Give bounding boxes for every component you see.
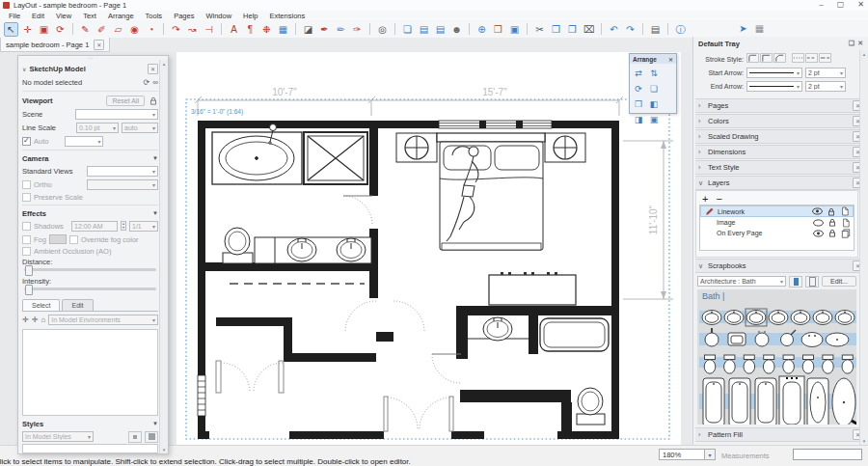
line-tool-icon[interactable]: ✎: [78, 22, 93, 37]
collapse-triangle-icon[interactable]: ▼: [152, 155, 158, 161]
environments-list[interactable]: [22, 329, 158, 416]
tray-section-scrapbooks[interactable]: ∨ Scrapbooks ✕: [695, 259, 866, 273]
line-scale-dropdown[interactable]: 0.10 pt▾: [76, 123, 119, 133]
tray-scrollbar[interactable]: ▴ ▾: [859, 50, 868, 445]
tray-section-dimensions[interactable]: ›Dimensions✕: [695, 145, 866, 159]
send-to-back-icon[interactable]: ◨: [632, 113, 645, 126]
tray-section-layers[interactable]: ∨ Layers ✕: [695, 176, 866, 190]
tray-section-colors[interactable]: ›Colors✕: [695, 114, 866, 128]
center-icon[interactable]: ▣: [647, 113, 661, 126]
lock-icon[interactable]: [827, 218, 837, 227]
arc-tool-icon[interactable]: ↷: [169, 22, 183, 37]
flip-horizontal-icon[interactable]: ⇄: [632, 67, 645, 80]
orbit-environment-icon[interactable]: ✛: [32, 315, 39, 324]
stroke-corner-bevel-icon[interactable]: [773, 53, 786, 63]
lock-icon[interactable]: [148, 96, 158, 105]
split-tool-icon[interactable]: ⊣: [202, 22, 216, 37]
scrapbook-dropdown[interactable]: Architecture : Bath▾: [697, 276, 786, 287]
scrapbook-pages-button[interactable]: [805, 276, 819, 288]
intensity-slider-thumb[interactable]: [25, 285, 33, 295]
rotate-icon[interactable]: ⟳: [632, 82, 645, 96]
redo-icon[interactable]: ↷: [623, 22, 637, 37]
scroll-down-icon[interactable]: ▾: [863, 438, 866, 444]
distance-slider-thumb[interactable]: [25, 265, 33, 276]
account-icon[interactable]: ☻: [449, 22, 464, 37]
standard-views-dropdown[interactable]: ▾: [87, 166, 158, 177]
eraser-tool-icon[interactable]: ◪: [301, 22, 315, 37]
copy-icon[interactable]: ❐: [549, 22, 563, 37]
rotate-view-icon[interactable]: ⟳: [53, 22, 68, 37]
panel-scrollbar[interactable]: ▴ ▾: [159, 60, 168, 453]
start-presentation-icon[interactable]: ➤: [736, 21, 750, 36]
menu-help[interactable]: Help: [237, 12, 263, 20]
shadows-checkbox[interactable]: [22, 222, 31, 231]
document-icon[interactable]: ▤: [417, 22, 431, 37]
info-icon[interactable]: ⓘ: [673, 22, 688, 37]
close-window-button[interactable]: ✕: [857, 0, 864, 9]
undo-icon[interactable]: ↶: [607, 22, 621, 37]
tray-close-icon[interactable]: ✕: [857, 40, 863, 47]
erase-style-icon[interactable]: ❉: [259, 22, 274, 37]
auto-checkbox[interactable]: [22, 137, 31, 146]
preserve-scale-checkbox[interactable]: [22, 193, 31, 202]
warehouse-icon[interactable]: ❒: [491, 22, 505, 37]
cut-icon[interactable]: ✂: [532, 22, 547, 37]
distance-slider[interactable]: [24, 268, 156, 271]
tab-close-icon[interactable]: ✕: [94, 40, 104, 50]
pin-icon[interactable]: ❏: [849, 40, 854, 47]
styles-small-view-button[interactable]: [128, 431, 142, 443]
scroll-down-icon[interactable]: ▾: [163, 447, 166, 452]
styles-large-view-button[interactable]: [145, 431, 158, 443]
intensity-slider[interactable]: [24, 288, 156, 290]
menu-window[interactable]: Window: [200, 12, 237, 20]
add-page-icon[interactable]: ❏: [400, 22, 415, 37]
zoom-level-select[interactable]: 180%: [659, 449, 705, 460]
menu-pages[interactable]: Pages: [168, 12, 200, 20]
eye-icon[interactable]: [813, 230, 824, 237]
freehand-tool-icon[interactable]: ✐: [95, 22, 109, 37]
layer-row-on-every-page[interactable]: On Every Page: [700, 228, 854, 238]
tab-sample-bedroom-page1[interactable]: sample bedroom - Page 1 ✕: [0, 38, 110, 52]
styles-list[interactable]: [22, 444, 158, 453]
bring-to-front-icon[interactable]: ◧: [647, 97, 661, 111]
circle-tool-icon[interactable]: ◉: [127, 22, 142, 37]
menu-arrange[interactable]: Arrange: [102, 12, 140, 20]
maximize-button[interactable]: ▢: [837, 0, 845, 9]
menu-extensions[interactable]: Extensions: [264, 12, 312, 20]
chevron-down-icon[interactable]: ∨: [22, 66, 26, 72]
environments-dropdown[interactable]: In Model Environments▾: [48, 315, 158, 325]
remove-layer-button[interactable]: −: [716, 193, 721, 205]
eye-off-icon[interactable]: [813, 219, 824, 227]
highlighter-icon[interactable]: ✑: [350, 22, 365, 37]
stroke-dash-long-icon[interactable]: [819, 53, 831, 63]
scrapbook-page-button[interactable]: [789, 276, 802, 288]
auto-dropdown[interactable]: ▾: [65, 136, 103, 147]
pen-icon[interactable]: ✏: [334, 22, 348, 37]
eye-icon[interactable]: [812, 207, 823, 215]
arrange-palette-titlebar[interactable]: Arrange ✕: [630, 54, 676, 64]
link-icon[interactable]: ∞: [152, 78, 158, 87]
save-icon[interactable]: ▣: [507, 22, 522, 37]
label-tool-icon[interactable]: ¶: [243, 22, 258, 37]
start-arrow-size-dropdown[interactable]: 2 pt▾: [805, 68, 846, 78]
time-spinner[interactable]: ▴▾: [121, 221, 126, 231]
fog-color-swatch[interactable]: [49, 234, 67, 244]
menu-edit[interactable]: Edit: [26, 12, 50, 20]
ortho-checkbox[interactable]: [22, 180, 31, 189]
polygon-tool-icon[interactable]: ◔: [144, 22, 158, 37]
stroke-corner-round-icon[interactable]: [746, 53, 759, 63]
zoom-window-icon[interactable]: ▣: [37, 22, 51, 37]
lock-icon[interactable]: [826, 207, 836, 216]
print-icon[interactable]: ▤: [648, 22, 663, 37]
scrapbook-preview[interactable]: Bath |: [697, 289, 856, 425]
measurements-input[interactable]: [793, 449, 862, 460]
tray-section-text-style[interactable]: ›Text Style✕: [695, 160, 866, 175]
presentation-doc-icon[interactable]: ▤: [433, 22, 448, 37]
scroll-up-icon[interactable]: ▴: [163, 61, 166, 67]
zoom-dropdown-icon[interactable]: ▾: [705, 449, 716, 460]
collapse-triangle-icon[interactable]: ▼: [152, 421, 158, 426]
panel-close-icon[interactable]: ✕: [148, 64, 158, 74]
add-layer-button[interactable]: +: [702, 193, 708, 205]
tray-section-pattern-fill[interactable]: › Pattern Fill ✕: [695, 427, 866, 442]
reset-all-button[interactable]: Reset All: [106, 96, 145, 106]
